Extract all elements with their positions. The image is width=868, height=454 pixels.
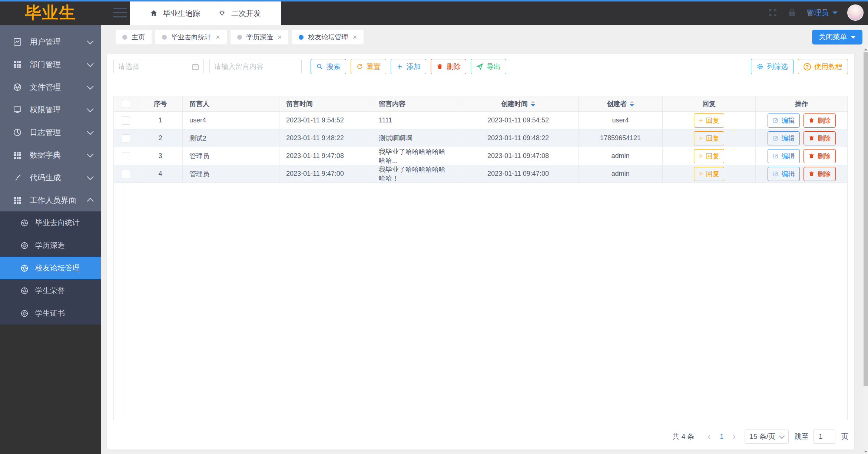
chevron-down-icon [87,37,93,44]
lock-icon[interactable] [787,8,797,17]
hamburger-menu-icon[interactable] [113,8,127,17]
sidebar-subitem-further-edu[interactable]: 学历深造 [0,234,101,257]
delete-row-button[interactable]: 删除 [804,131,836,145]
sidebar-subitem-student-honor[interactable]: 学生荣誉 [0,279,101,302]
sidebar-subitem-label: 学生证书 [35,308,101,318]
next-page-button[interactable] [729,431,739,442]
reset-button[interactable]: 重置 [351,59,386,74]
vertical-scrollbar[interactable] [864,47,868,454]
aperture-icon [20,264,29,272]
cell-index: 3 [138,147,183,165]
col-header-time: 留言时间 [279,96,372,112]
sidebar-item-log-mgmt[interactable]: 日志管理 [0,121,101,144]
trash-icon [436,63,443,70]
export-button[interactable]: 导出 [471,59,506,74]
select-all-checkbox[interactable] [122,100,130,108]
cell-creator: admin [579,165,663,183]
prev-page-button[interactable] [704,431,714,442]
sidebar-item-label: 工作人员界面 [30,195,88,205]
scroll-down-arrow-icon[interactable] [864,451,868,453]
reply-button[interactable]: 回复 [694,167,724,181]
close-icon[interactable] [216,33,220,41]
tab-alumni-forum[interactable]: 校友论坛管理 [292,30,364,45]
sidebar-subitem-alumni-forum[interactable]: 校友论坛管理 [0,257,101,279]
row-checkbox[interactable] [122,152,130,160]
date-picker[interactable] [113,59,204,74]
reply-button[interactable]: 回复 [694,114,724,128]
sidebar-item-data-dict[interactable]: 数据字典 [0,144,101,166]
sidebar-item-code-gen[interactable]: 代码生成 [0,166,101,189]
sort-desc-icon [531,104,535,106]
tab-further-edu[interactable]: 学历深造 [231,30,289,45]
top-nav-secondary-dev[interactable]: 二次开发 [209,1,270,25]
cell-index: 1 [138,112,183,129]
row-checkbox[interactable] [122,170,130,178]
search-button[interactable]: 搜索 [311,59,346,74]
date-input[interactable] [114,63,203,71]
close-menu-button[interactable]: 关闭菜单 [812,30,862,45]
column-filter-button[interactable]: 列筛选 [751,59,794,74]
close-icon[interactable] [352,33,357,41]
table-header-row: 序号 留言人 留言时间 留言内容 创建时间 创建者 回复 操作 [114,96,847,112]
jump-page-field[interactable] [813,430,835,444]
trash-icon [808,117,815,124]
sidebar-item-staff-ui[interactable]: 工作人员界面 [0,189,101,211]
cell-content: 1111 [372,112,458,129]
reply-button[interactable]: 回复 [694,149,724,163]
cell-user: 测试2 [183,129,279,147]
edit-icon [772,117,779,124]
scrollbar-thumb[interactable] [864,52,868,386]
delete-row-button[interactable]: 删除 [804,149,836,163]
edit-button[interactable]: 编辑 [768,167,800,181]
fullscreen-icon[interactable] [768,8,778,17]
aperture-icon [20,219,29,227]
user-menu[interactable]: 管理员 [806,8,838,18]
username-label: 管理员 [806,8,829,18]
page-size-select[interactable]: 15 条/页 [745,430,789,444]
tutorial-button[interactable]: 使用教程 [798,59,848,74]
message-search-field[interactable] [209,59,302,74]
message-search-input[interactable] [210,63,301,71]
sidebar-subitem-graduate-stats[interactable]: 毕业去向统计 [0,211,101,234]
top-nav-graduate-tracking[interactable]: 毕业生追踪 [141,1,209,25]
tab-home[interactable]: 主页 [116,30,152,45]
row-checkbox[interactable] [122,134,130,142]
page-number[interactable]: 1 [714,432,729,441]
sidebar-item-label: 部门管理 [30,59,88,70]
row-checkbox[interactable] [122,116,130,125]
delete-button[interactable]: 删除 [431,59,466,74]
edit-button[interactable]: 编辑 [768,114,800,128]
jump-page-input[interactable] [814,430,835,443]
sidebar-subitem-student-cert[interactable]: 学生证书 [0,302,101,325]
edit-button[interactable]: 编辑 [768,131,800,145]
gear-icon [756,63,763,70]
sidebar-item-file-mgmt[interactable]: 文件管理 [0,76,101,98]
avatar[interactable] [847,4,864,21]
delete-row-button[interactable]: 删除 [804,114,836,128]
sort-control[interactable] [630,101,634,106]
edit-button[interactable]: 编辑 [768,149,800,163]
tab-dot-icon [162,35,167,40]
trash-icon [808,153,815,159]
sidebar-item-perm-mgmt[interactable]: 权限管理 [0,98,101,121]
sidebar-item-dept-mgmt[interactable]: 部门管理 [0,53,101,76]
scroll-up-arrow-icon[interactable] [864,49,868,50]
refresh-icon [356,63,363,70]
cell-creator: 17859654121 [579,129,663,147]
cell-created: 2023-01-11 09:54:52 [458,112,579,129]
delete-row-button[interactable]: 删除 [804,167,836,181]
sidebar-item-user-mgmt[interactable]: 用户管理 [0,30,101,53]
cell-created: 2023-01-11 09:47:08 [458,147,579,165]
cell-created: 2023-01-11 09:47:00 [458,165,579,183]
cell-index: 4 [138,165,183,183]
sidebar-subitem-label: 校友论坛管理 [35,263,101,273]
sidebar-item-label: 文件管理 [30,82,88,92]
tab-graduate-stats[interactable]: 毕业去向统计 [155,30,227,45]
reply-button[interactable]: 回复 [694,131,724,145]
sort-control[interactable] [531,101,535,106]
close-icon[interactable] [278,33,282,41]
home-icon [150,9,158,17]
top-nav-label: 二次开发 [231,9,261,19]
add-button[interactable]: 添加 [391,59,426,74]
trash-icon [808,171,815,177]
